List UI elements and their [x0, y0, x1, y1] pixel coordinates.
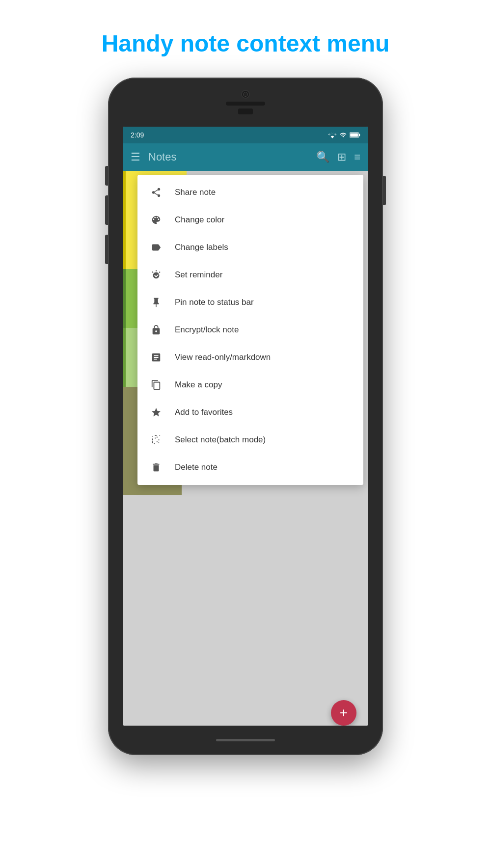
menu-item-set-reminder[interactable]: Set reminder: [137, 261, 363, 289]
article-icon: [149, 351, 163, 364]
menu-item-add-favorites[interactable]: Add to favorites: [137, 399, 363, 426]
menu-item-label-encrypt-note: Encrypt/lock note: [175, 325, 239, 335]
menu-item-label-view-readonly: View read-only/markdown: [175, 353, 271, 362]
alarm-add-icon: [149, 268, 163, 282]
bixby-button: [105, 235, 108, 264]
menu-item-label-change-color: Change color: [175, 215, 224, 225]
speaker: [226, 102, 265, 106]
menu-item-label-pin-note: Pin note to status bar: [175, 298, 254, 307]
wifi-icon: [328, 132, 337, 138]
menu-item-pin-note[interactable]: Pin note to status bar: [137, 289, 363, 316]
menu-item-view-readonly[interactable]: View read-only/markdown: [137, 344, 363, 371]
star-icon: [149, 406, 163, 419]
notes-background: ★ Share noteChange colorChange labelsSet…: [123, 171, 368, 726]
svg-rect-1: [359, 134, 360, 136]
palette-icon: [149, 213, 163, 227]
copy-icon: [149, 378, 163, 392]
delete-icon: [149, 461, 163, 474]
fingerprint-sensor: [238, 108, 253, 114]
phone-frame: 2:09 ☰ Notes 🔍: [108, 78, 383, 755]
fab-plus-icon: +: [340, 705, 348, 721]
volume-down-button: [105, 195, 108, 225]
menu-item-label-delete-note: Delete note: [175, 462, 218, 472]
home-indicator: [216, 739, 275, 741]
menu-item-label-make-copy: Make a copy: [175, 380, 222, 390]
menu-item-label-change-labels: Change labels: [175, 243, 228, 252]
menu-item-make-copy[interactable]: Make a copy: [137, 371, 363, 399]
menu-item-share-note[interactable]: Share note: [137, 179, 363, 206]
app-title: Notes: [148, 151, 308, 163]
fab-add-button[interactable]: +: [331, 700, 356, 726]
page-title: Handy note context menu: [102, 29, 390, 58]
grid-icon[interactable]: ⊞: [337, 151, 346, 163]
menu-item-change-color[interactable]: Change color: [137, 206, 363, 234]
screen: 2:09 ☰ Notes 🔍: [123, 127, 368, 726]
svg-rect-2: [350, 133, 358, 136]
status-bar: 2:09: [123, 127, 368, 143]
battery-icon: [350, 132, 360, 138]
menu-item-encrypt-note[interactable]: Encrypt/lock note: [137, 316, 363, 344]
context-menu: Share noteChange colorChange labelsSet r…: [137, 175, 363, 485]
search-icon[interactable]: 🔍: [316, 151, 329, 163]
phone-top: [108, 78, 383, 127]
push-pin-icon: [149, 296, 163, 309]
menu-icon[interactable]: ☰: [131, 151, 140, 163]
menu-item-delete-note[interactable]: Delete note: [137, 454, 363, 481]
status-time: 2:09: [131, 131, 144, 139]
select-icon: [149, 433, 163, 447]
volume-up-button: [105, 166, 108, 186]
menu-item-label-share-note: Share note: [175, 188, 216, 197]
label-icon: [149, 241, 163, 254]
menu-item-label-set-reminder: Set reminder: [175, 270, 222, 280]
menu-item-select-note[interactable]: Select note(batch mode): [137, 426, 363, 454]
lock-icon: [149, 323, 163, 337]
status-icons: [328, 132, 360, 138]
app-bar: ☰ Notes 🔍 ⊞ ≡: [123, 143, 368, 171]
menu-item-change-labels[interactable]: Change labels: [137, 234, 363, 261]
power-button: [383, 176, 386, 205]
share-icon: [149, 186, 163, 199]
phone-bottom: [108, 726, 383, 755]
filter-icon[interactable]: ≡: [354, 151, 360, 163]
front-camera: [241, 90, 250, 99]
menu-item-label-select-note: Select note(batch mode): [175, 435, 266, 445]
menu-item-label-add-favorites: Add to favorites: [175, 407, 233, 417]
signal-icon: [340, 132, 347, 138]
